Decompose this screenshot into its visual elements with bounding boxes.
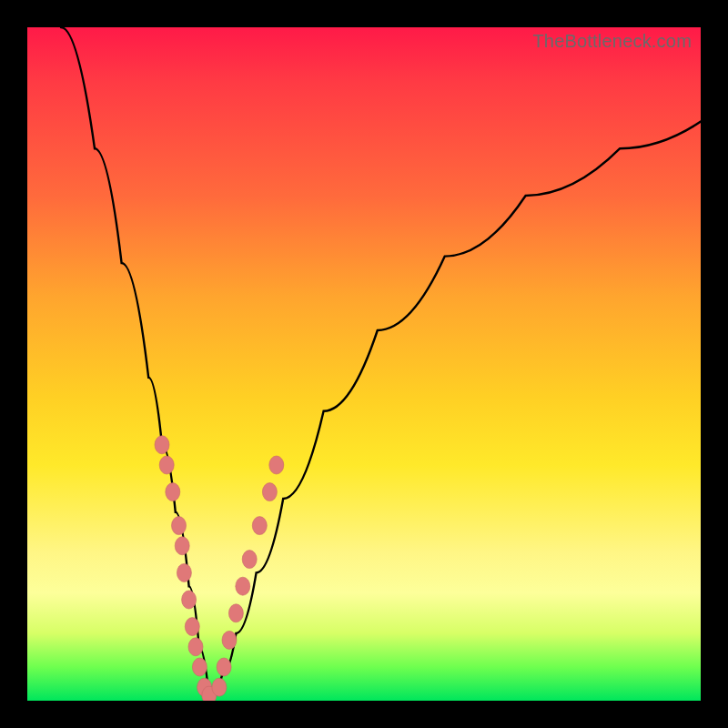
sample-beads-group: [155, 436, 284, 701]
sample-bead: [269, 456, 284, 474]
sample-bead: [185, 618, 199, 636]
sample-bead: [228, 604, 243, 622]
sample-bead: [166, 483, 180, 501]
sample-bead: [242, 551, 257, 569]
sample-bead: [155, 436, 169, 454]
sample-bead: [217, 658, 231, 676]
chart-frame: TheBottleneck.com: [0, 0, 728, 728]
sample-bead: [262, 483, 277, 501]
sample-bead: [182, 591, 197, 609]
sample-bead: [188, 638, 203, 656]
sample-bead: [212, 678, 227, 696]
sample-bead: [252, 517, 267, 535]
bottleneck-curve-line: [61, 27, 701, 697]
sample-bead: [192, 658, 207, 676]
sample-bead: [172, 517, 187, 535]
sample-bead: [175, 537, 189, 555]
sample-bead: [177, 563, 191, 581]
sample-bead: [236, 577, 250, 595]
bottleneck-curve-svg: [27, 27, 701, 701]
plot-area: TheBottleneck.com: [27, 27, 701, 701]
sample-bead: [222, 631, 237, 649]
sample-bead: [159, 456, 174, 474]
